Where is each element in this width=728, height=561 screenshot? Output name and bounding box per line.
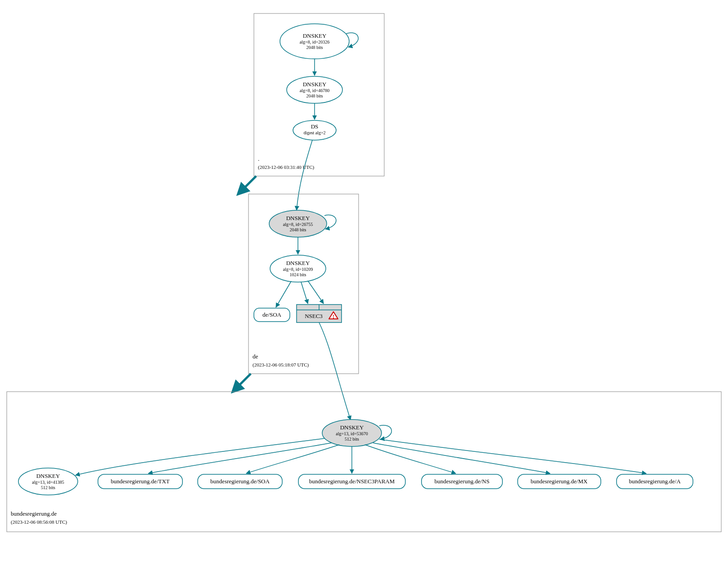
svg-text:bundesregierung.de/A: bundesregierung.de/A [629, 478, 681, 485]
zone-leaf-time: (2023-12-06 08:56:08 UTC) [11, 519, 67, 525]
edge-de-zsk-nsec3-l [301, 282, 308, 304]
svg-text:bundesregierung.de/NSEC3PARAM: bundesregierung.de/NSEC3PARAM [309, 478, 395, 485]
svg-text:DS: DS [311, 123, 319, 130]
edge-de-to-leaf-deleg [233, 374, 251, 392]
node-leaf-ksk[interactable]: DNSKEY alg=13, id=53670 512 bits [322, 420, 382, 446]
zone-root-label: . [258, 155, 259, 162]
edge-lk-zsk [75, 438, 324, 475]
zone-leaf: bundesregierung.de (2023-12-06 08:56:08 … [7, 392, 721, 532]
edge-root-ds-to-de-ksk [297, 140, 312, 210]
node-de-soa[interactable]: de/SOA [254, 308, 290, 322]
svg-text:NSEC3: NSEC3 [305, 313, 323, 319]
svg-text:de/SOA: de/SOA [262, 311, 282, 318]
edge-de-zsk-nsec3-r [308, 281, 324, 304]
svg-rect-29 [7, 392, 721, 532]
svg-text:alg=13, id=41385: alg=13, id=41385 [32, 480, 64, 485]
edge-lk-soa [246, 445, 339, 473]
node-leaf-n3p[interactable]: bundesregierung.de/NSEC3PARAM [298, 474, 405, 489]
node-de-zsk[interactable]: DNSKEY alg=8, id=10209 1024 bits [270, 255, 326, 282]
svg-text:2048 bits: 2048 bits [290, 227, 306, 232]
node-leaf-txt[interactable]: bundesregierung.de/TXT [98, 474, 182, 489]
svg-text:bundesregierung.de/MX: bundesregierung.de/MX [531, 478, 588, 485]
svg-text:bundesregierung.de/SOA: bundesregierung.de/SOA [210, 478, 270, 485]
edge-lk-txt [148, 443, 332, 473]
edge-nsec3-to-leaf-ksk [319, 322, 351, 420]
zone-de-time: (2023-12-06 05:18:07 UTC) [253, 362, 309, 368]
svg-text:DNSKEY: DNSKEY [303, 32, 327, 39]
svg-text:alg=8, id=26755: alg=8, id=26755 [283, 222, 313, 227]
node-root-ds[interactable]: DS digest alg=2 [293, 120, 336, 140]
svg-text:alg=8, id=20326: alg=8, id=20326 [300, 40, 329, 44]
svg-text:512 bits: 512 bits [345, 437, 359, 442]
edge-lk-ns [365, 445, 456, 473]
svg-text:alg=8, id=10209: alg=8, id=10209 [283, 267, 313, 272]
node-leaf-zsk[interactable]: DNSKEY alg=13, id=41385 512 bits [18, 468, 78, 495]
edge-lk-a [379, 439, 646, 473]
node-leaf-ns[interactable]: bundesregierung.de/NS [422, 474, 502, 489]
node-leaf-soa[interactable]: bundesregierung.de/SOA [198, 474, 282, 489]
svg-text:DNSKEY: DNSKEY [303, 81, 327, 88]
svg-text:1024 bits: 1024 bits [290, 272, 306, 277]
node-root-zsk[interactable]: DNSKEY alg=8, id=46780 2048 bits [287, 76, 342, 103]
svg-text:512 bits: 512 bits [41, 485, 55, 490]
svg-text:!: ! [333, 314, 334, 320]
zone-de-label: de [253, 353, 258, 360]
svg-text:2048 bits: 2048 bits [306, 93, 323, 98]
svg-text:2048 bits: 2048 bits [306, 45, 323, 50]
svg-text:DNSKEY: DNSKEY [286, 215, 310, 221]
svg-text:bundesregierung.de/NS: bundesregierung.de/NS [435, 478, 489, 485]
svg-text:alg=13, id=53670: alg=13, id=53670 [336, 431, 368, 436]
svg-text:DNSKEY: DNSKEY [36, 473, 60, 479]
node-root-ksk[interactable]: DNSKEY alg=8, id=20326 2048 bits [280, 24, 349, 59]
node-leaf-mx[interactable]: bundesregierung.de/MX [518, 474, 601, 489]
edge-root-to-de-deleg [238, 176, 256, 194]
svg-text:DNSKEY: DNSKEY [286, 260, 310, 266]
svg-text:DNSKEY: DNSKEY [340, 424, 364, 431]
svg-text:alg=8, id=46780: alg=8, id=46780 [300, 88, 329, 93]
node-de-nsec3[interactable]: NSEC3 ! [297, 305, 342, 322]
zone-root-time: (2023-12-06 03:31:40 UTC) [258, 164, 315, 170]
node-leaf-a[interactable]: bundesregierung.de/A [617, 474, 693, 489]
edge-de-zsk-soa [276, 281, 291, 307]
svg-text:digest alg=2: digest alg=2 [303, 130, 325, 135]
zone-root: . (2023-12-06 03:31:40 UTC) DNSKEY alg=8… [254, 13, 384, 176]
zone-de: de (2023-12-06 05:18:07 UTC) DNSKEY alg=… [249, 194, 359, 374]
svg-text:bundesregierung.de/TXT: bundesregierung.de/TXT [111, 478, 169, 485]
edge-lk-mx [373, 443, 550, 473]
zone-leaf-label: bundesregierung.de [11, 510, 57, 517]
node-de-ksk[interactable]: DNSKEY alg=8, id=26755 2048 bits [269, 210, 327, 237]
